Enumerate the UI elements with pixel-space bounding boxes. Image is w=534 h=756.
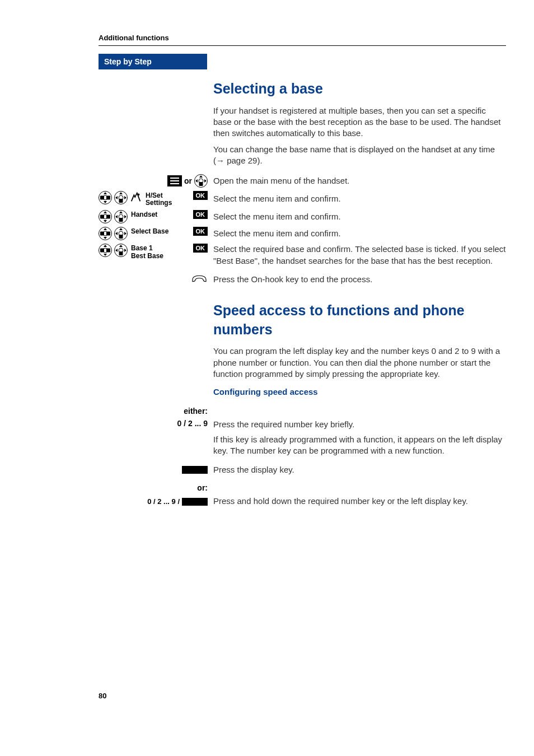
either-label: either: bbox=[99, 407, 208, 416]
intro-paragraph-2: You can change the base name that is dis… bbox=[213, 144, 506, 167]
display-key-icon bbox=[182, 498, 208, 506]
hset-settings-label: H/Set Settings bbox=[144, 191, 191, 207]
or-label: or bbox=[184, 176, 192, 185]
press-onhook-text: Press the On-hook key to end the process… bbox=[213, 274, 506, 285]
header-rule bbox=[99, 45, 506, 46]
select-confirm-text-3: Select the menu item and confirm. bbox=[213, 228, 506, 239]
number-keys-label-2: 0 / 2 ... 9 / bbox=[147, 497, 180, 506]
select-required-base-text: Select the required base and confirm. Th… bbox=[213, 244, 506, 267]
open-main-menu-text: Open the main menu of the handset. bbox=[213, 175, 506, 186]
svg-point-0 bbox=[138, 194, 140, 196]
press-briefly-text: Press the required number key briefly. bbox=[213, 419, 506, 430]
nav-left-right-icon bbox=[99, 210, 112, 223]
select-base-label: Select Base bbox=[130, 227, 191, 235]
heading-speed-access: Speed access to functions and phone numb… bbox=[213, 301, 506, 339]
intro-paragraph-1: If your handset is registered at multipl… bbox=[213, 105, 506, 139]
or-label-2: or: bbox=[99, 483, 208, 492]
nav-up-down-icon bbox=[114, 210, 128, 223]
running-header: Additional functions bbox=[99, 34, 506, 42]
step-by-step-banner: Step by Step bbox=[99, 54, 207, 69]
handset-label: Handset bbox=[130, 210, 191, 218]
already-programmed-text: If this key is already programmed with a… bbox=[213, 434, 506, 457]
page-reference-link[interactable]: → page 29 bbox=[216, 156, 257, 165]
nav-up-down-icon bbox=[114, 244, 128, 257]
ok-badge: OK bbox=[193, 244, 208, 253]
config-speed-heading: Configuring speed access bbox=[213, 386, 506, 398]
page-number: 80 bbox=[99, 692, 106, 700]
menu-icon bbox=[167, 175, 182, 186]
settings-icon bbox=[130, 191, 142, 203]
ok-badge: OK bbox=[193, 191, 208, 200]
nav-left-right-icon bbox=[99, 244, 112, 257]
speed-access-intro: You can program the left display key and… bbox=[213, 346, 506, 380]
select-confirm-text-1: Select the menu item and confirm. bbox=[213, 193, 506, 204]
select-confirm-text-2: Select the menu item and confirm. bbox=[213, 211, 506, 222]
base-options-label: Base 1 Best Base bbox=[130, 244, 191, 259]
nav-left-right-icon bbox=[99, 191, 112, 204]
ok-badge: OK bbox=[193, 227, 208, 236]
number-keys-label-1: 0 / 2 ... 9 bbox=[99, 419, 208, 428]
nav-key-icon bbox=[194, 174, 208, 188]
ok-badge: OK bbox=[193, 210, 208, 219]
nav-up-down-icon bbox=[114, 227, 128, 240]
display-key-icon bbox=[182, 466, 208, 474]
press-hold-text: Press and hold down the required number … bbox=[213, 496, 506, 507]
on-hook-key-icon bbox=[191, 273, 208, 286]
press-display-key-text: Press the display key. bbox=[213, 464, 506, 475]
nav-up-down-icon bbox=[114, 191, 128, 204]
nav-left-right-icon bbox=[99, 227, 112, 240]
heading-selecting-a-base: Selecting a base bbox=[213, 80, 506, 99]
